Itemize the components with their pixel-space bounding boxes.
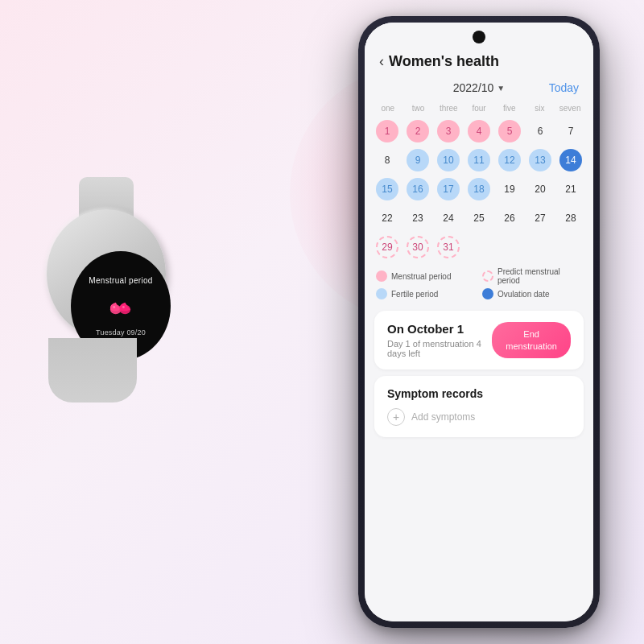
end-menstruation-button[interactable]: End menstruation [492, 322, 571, 358]
svg-point-2 [113, 306, 115, 308]
cal-day-7[interactable]: 7 [556, 118, 585, 145]
add-symptom-label: Add symptoms [411, 411, 475, 423]
phone-screen: ‹ Women's health 2022/10 ▼ Today one two… [365, 23, 593, 621]
cal-day-18[interactable]: 18 [464, 175, 493, 203]
calendar-grid: 1 2 3 4 5 6 7 8 9 10 11 12 13 14 15 [365, 116, 593, 262]
cal-day-25[interactable]: 25 [464, 204, 493, 232]
symptom-title: Symptom records [387, 387, 571, 400]
cal-day-empty2 [495, 233, 524, 261]
month-selector[interactable]: 2022/10 ▼ [453, 81, 506, 94]
cal-day-empty1 [464, 233, 493, 261]
phone-camera [473, 31, 485, 43]
cal-day-5[interactable]: 5 [495, 118, 524, 145]
cal-day-26[interactable]: 26 [495, 204, 524, 232]
cal-day-17[interactable]: 17 [434, 175, 463, 203]
cal-day-16[interactable]: 16 [403, 175, 432, 203]
watch-drops-icon [107, 291, 134, 322]
cal-day-empty3 [526, 233, 555, 261]
watch-date: Tuesday 09/20 [96, 328, 146, 336]
today-button[interactable]: Today [549, 81, 579, 94]
cal-day-29[interactable]: 29 [373, 233, 402, 261]
legend-fertile: Fertile period [376, 288, 476, 299]
app-content: ‹ Women's health 2022/10 ▼ Today one two… [365, 23, 593, 621]
legend-menstrual-dot [376, 270, 387, 282]
cal-day-22[interactable]: 22 [373, 204, 402, 232]
cal-day-6[interactable]: 6 [526, 118, 555, 145]
info-card-content: On October 1 Day 1 of menstruation 4 day… [387, 322, 492, 358]
legend-ovulation-label: Ovulation date [497, 290, 550, 299]
month-label: 2022/10 [453, 81, 494, 94]
watch-label: Menstrual period [89, 276, 152, 285]
legend-section: Menstrual period Predict menstrual perio… [365, 262, 593, 304]
legend-ovulation: Ovulation date [482, 288, 582, 299]
legend-predict-label: Predict menstrual period [497, 267, 582, 285]
watch-band-bottom [48, 338, 137, 402]
cal-day-20[interactable]: 20 [526, 175, 555, 203]
legend-fertile-dot [376, 288, 387, 299]
info-card: On October 1 Day 1 of menstruation 4 day… [374, 311, 584, 369]
dropdown-arrow-icon: ▼ [497, 84, 505, 93]
phone: ‹ Women's health 2022/10 ▼ Today one two… [358, 16, 600, 628]
watch-case: Menstrual period Tuesday 09/20 [47, 209, 166, 338]
cal-day-empty4 [556, 233, 585, 261]
legend-predict-dot [482, 270, 493, 282]
cal-day-12[interactable]: 12 [495, 147, 524, 174]
cal-day-21[interactable]: 21 [556, 175, 585, 203]
cal-day-28[interactable]: 28 [556, 204, 585, 232]
cal-day-15[interactable]: 15 [373, 175, 402, 203]
weekday-6: six [525, 102, 555, 114]
calendar-header: 2022/10 ▼ Today [365, 76, 593, 99]
cal-day-31[interactable]: 31 [434, 233, 463, 261]
add-symptom-row[interactable]: + Add symptoms [387, 408, 571, 426]
weekday-2: two [403, 102, 434, 114]
cal-day-13[interactable]: 13 [526, 147, 555, 174]
legend-predict: Predict menstrual period [482, 267, 582, 285]
cal-day-19[interactable]: 19 [495, 175, 524, 203]
add-symptom-icon[interactable]: + [387, 408, 405, 426]
symptom-section: Symptom records + Add symptoms [374, 376, 584, 437]
legend-menstrual-label: Menstrual period [391, 272, 451, 281]
cal-day-1[interactable]: 1 [373, 118, 402, 145]
cal-day-3[interactable]: 3 [434, 118, 463, 145]
cal-day-2[interactable]: 2 [403, 118, 432, 145]
legend-ovulation-dot [482, 288, 493, 299]
cal-day-27[interactable]: 27 [526, 204, 555, 232]
smartwatch: Menstrual period Tuesday 09/20 [32, 177, 209, 402]
weekday-4: four [464, 102, 494, 114]
page-title: Women's health [389, 53, 499, 70]
legend-fertile-label: Fertile period [391, 290, 438, 299]
weekdays-row: one two three four five six seven [365, 99, 593, 116]
info-card-title: On October 1 [387, 322, 492, 336]
svg-point-3 [122, 306, 125, 308]
info-card-subtitle: Day 1 of menstruation 4 days left [387, 339, 492, 358]
back-button[interactable]: ‹ [379, 53, 384, 70]
weekday-5: five [494, 102, 525, 114]
cal-day-24[interactable]: 24 [434, 204, 463, 232]
weekday-1: one [373, 102, 403, 114]
cal-day-11[interactable]: 11 [464, 147, 493, 174]
weekday-7: seven [555, 102, 585, 114]
cal-day-30[interactable]: 30 [403, 233, 432, 261]
cal-day-4[interactable]: 4 [464, 118, 493, 145]
cal-day-9[interactable]: 9 [403, 147, 432, 174]
cal-day-10[interactable]: 10 [434, 147, 463, 174]
cal-day-23[interactable]: 23 [403, 204, 432, 232]
legend-menstrual: Menstrual period [376, 267, 476, 285]
phone-outer: ‹ Women's health 2022/10 ▼ Today one two… [358, 16, 600, 628]
cal-day-14[interactable]: 14 [556, 147, 585, 174]
weekday-3: three [433, 102, 464, 114]
cal-day-8[interactable]: 8 [373, 147, 402, 174]
